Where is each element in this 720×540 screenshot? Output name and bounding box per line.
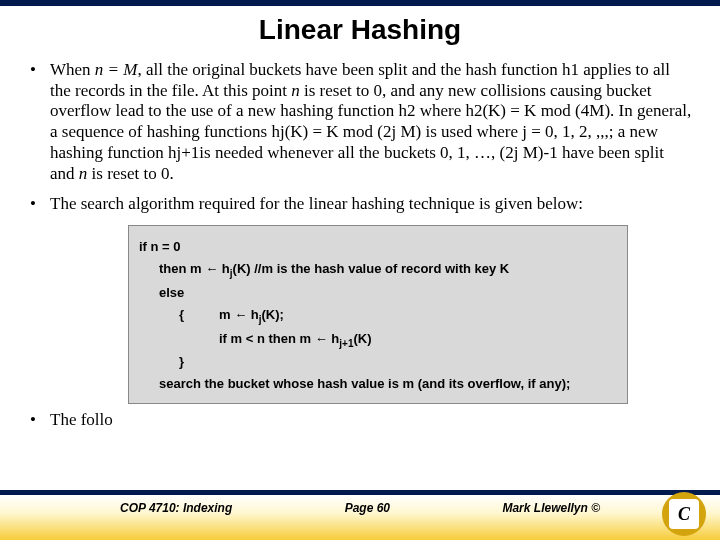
footer-text-row: COP 4710: Indexing Page 60 Mark Llewelly… (0, 501, 720, 515)
algo-l4-rest: (K); (262, 307, 284, 322)
slide-title: Linear Hashing (0, 14, 720, 46)
bullet-1: When n = M, all the original buckets hav… (28, 60, 692, 184)
b1-n: n (291, 81, 300, 100)
logo-letter: C (669, 499, 699, 529)
algo-line-6: } (139, 351, 617, 373)
slide-footer: COP 4710: Indexing Page 60 Mark Llewelly… (0, 490, 720, 540)
b1-end: is reset to 0. (87, 164, 173, 183)
bullet-list: When n = M, all the original buckets hav… (28, 60, 692, 215)
algo-l4-brace: { (179, 304, 219, 328)
algo-l2-pre: then m (159, 261, 205, 276)
algo-l5-pre: if m < n then m (219, 331, 315, 346)
top-accent-bar (0, 0, 720, 6)
left-arrow-icon: ← (315, 331, 328, 346)
algo-l4-post: h (247, 307, 259, 322)
algo-l5-rest: (K) (353, 331, 371, 346)
logo-circle-icon: C (662, 492, 706, 536)
footer-course: COP 4710: Indexing (0, 501, 232, 515)
footer-gradient: COP 4710: Indexing Page 60 Mark Llewelly… (0, 495, 720, 540)
b1-var: n = M (95, 60, 138, 79)
algo-line-1: if n = 0 (139, 236, 617, 258)
algorithm-box: if n = 0 then m ← hj(K) //m is the hash … (128, 225, 628, 404)
algo-line-7: search the bucket whose hash value is m … (139, 373, 617, 395)
algo-line-2: then m ← hj(K) //m is the hash value of … (139, 258, 617, 282)
b1-text-pre: When (50, 60, 95, 79)
algo-line-3: else (139, 282, 617, 304)
ucf-logo: C (662, 492, 706, 536)
algo-l2-post: h (218, 261, 230, 276)
left-arrow-icon: ← (205, 261, 218, 276)
bullet-2: The search algorithm required for the li… (28, 194, 692, 215)
algo-l5-sub: j+1 (339, 337, 353, 348)
left-arrow-icon: ← (234, 307, 247, 322)
algo-l5-post: h (328, 331, 340, 346)
slide-content: When n = M, all the original buckets hav… (0, 60, 720, 431)
bullet-list-2: The follo (28, 410, 692, 431)
algo-line-4: { m ← hj(K); (139, 304, 617, 328)
bullet-3: The follo (28, 410, 692, 431)
algo-l4-pre: m (219, 307, 234, 322)
algo-l2-rest: (K) //m is the hash value of record with… (233, 261, 510, 276)
footer-page: Page 60 (232, 501, 502, 515)
algo-line-5: if m < n then m ← hj+1(K) (139, 328, 617, 352)
